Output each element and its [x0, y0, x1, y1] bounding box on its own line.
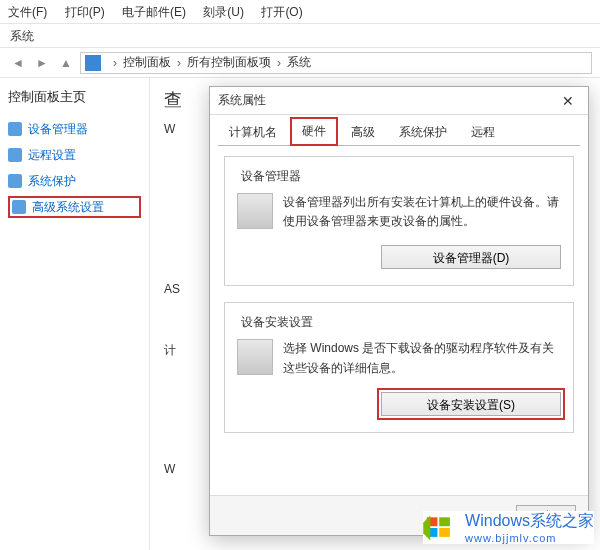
system-properties-dialog: 系统属性 ✕ 计算机名 硬件 高级 系统保护 远程 设备管理器 设备管理器列出所…	[209, 86, 589, 536]
control-panel-icon	[85, 55, 101, 71]
dialog-title: 系统属性	[218, 92, 266, 109]
menu-file[interactable]: 文件(F)	[8, 5, 47, 19]
sidebar-item-device-manager[interactable]: 设备管理器	[8, 118, 141, 140]
group-device-install-settings: 设备安装设置 选择 Windows 是否下载设备的驱动程序软件及有关这些设备的详…	[224, 302, 574, 432]
window-title: 系统	[0, 24, 600, 48]
menu-burn[interactable]: 刻录(U)	[203, 5, 244, 19]
sidebar-item-label: 设备管理器	[28, 121, 88, 138]
watermark-brand: Windows系统之家 www.bjjmlv.com	[423, 511, 594, 544]
sidebar: 控制面板主页 设备管理器 远程设置 系统保护 高级系统设置	[0, 78, 150, 550]
sidebar-item-remote-settings[interactable]: 远程设置	[8, 144, 141, 166]
nav-up-icon[interactable]: ▲	[56, 53, 76, 73]
device-install-icon	[237, 339, 273, 375]
crumb-root[interactable]: 控制面板	[123, 54, 171, 71]
device-manager-icon	[237, 193, 273, 229]
nav-forward-icon[interactable]: ►	[32, 53, 52, 73]
menu-email[interactable]: 电子邮件(E)	[122, 5, 186, 19]
tab-hardware[interactable]: 硬件	[290, 117, 338, 146]
dialog-titlebar: 系统属性 ✕	[210, 87, 588, 115]
sidebar-item-label: 系统保护	[28, 173, 76, 190]
sidebar-item-label: 高级系统设置	[32, 199, 104, 216]
sidebar-item-advanced-system-settings[interactable]: 高级系统设置	[8, 196, 141, 218]
group-label: 设备管理器	[237, 168, 305, 185]
menu-bar: 文件(F) 打印(P) 电子邮件(E) 刻录(U) 打开(O)	[0, 0, 600, 24]
menu-open[interactable]: 打开(O)	[261, 5, 302, 19]
dialog-body: 设备管理器 设备管理器列出所有安装在计算机上的硬件设备。请使用设备管理器来更改设…	[210, 146, 588, 459]
shield-icon	[12, 200, 26, 214]
svg-rect-3	[439, 528, 450, 537]
sidebar-heading: 控制面板主页	[8, 88, 141, 106]
group-description: 设备管理器列出所有安装在计算机上的硬件设备。请使用设备管理器来更改设备的属性。	[283, 193, 561, 231]
chevron-right-icon: ›	[177, 56, 181, 70]
nav-bar: ◄ ► ▲ › 控制面板 › 所有控制面板项 › 系统	[0, 48, 600, 78]
shield-icon	[8, 122, 22, 136]
tab-advanced[interactable]: 高级	[340, 119, 386, 145]
group-label: 设备安装设置	[237, 314, 317, 331]
tab-system-protection[interactable]: 系统保护	[388, 119, 458, 145]
sidebar-item-system-protection[interactable]: 系统保护	[8, 170, 141, 192]
chevron-right-icon: ›	[277, 56, 281, 70]
menu-print[interactable]: 打印(P)	[65, 5, 105, 19]
brand-url: www.bjjmlv.com	[465, 532, 594, 544]
svg-rect-1	[439, 517, 450, 526]
sidebar-item-label: 远程设置	[28, 147, 76, 164]
dialog-tabs: 计算机名 硬件 高级 系统保护 远程	[210, 115, 588, 145]
tab-remote[interactable]: 远程	[460, 119, 506, 145]
brand-title: Windows系统之家	[465, 511, 594, 532]
windows-logo-icon	[423, 512, 459, 544]
shield-icon	[8, 174, 22, 188]
shield-icon	[8, 148, 22, 162]
group-description: 选择 Windows 是否下载设备的驱动程序软件及有关这些设备的详细信息。	[283, 339, 561, 377]
chevron-right-icon: ›	[113, 56, 117, 70]
crumb-mid[interactable]: 所有控制面板项	[187, 54, 271, 71]
device-install-settings-button[interactable]: 设备安装设置(S)	[381, 392, 561, 416]
device-manager-button[interactable]: 设备管理器(D)	[381, 245, 561, 269]
crumb-leaf[interactable]: 系统	[287, 54, 311, 71]
breadcrumb[interactable]: › 控制面板 › 所有控制面板项 › 系统	[80, 52, 592, 74]
tab-computer-name[interactable]: 计算机名	[218, 119, 288, 145]
nav-back-icon[interactable]: ◄	[8, 53, 28, 73]
svg-marker-4	[423, 515, 430, 540]
close-icon[interactable]: ✕	[556, 93, 580, 109]
group-device-manager: 设备管理器 设备管理器列出所有安装在计算机上的硬件设备。请使用设备管理器来更改设…	[224, 156, 574, 286]
